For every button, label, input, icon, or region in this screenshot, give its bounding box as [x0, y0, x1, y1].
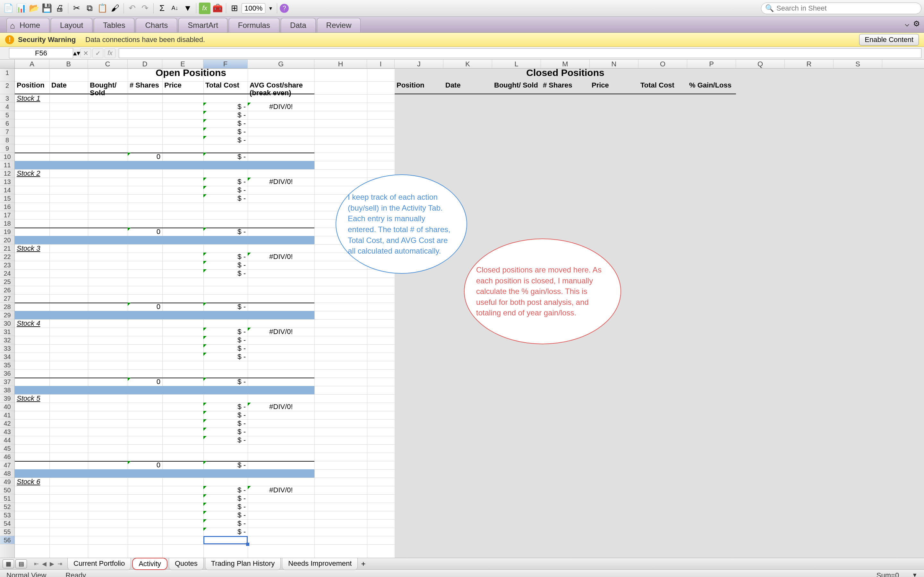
- cell[interactable]: 0: [128, 303, 162, 311]
- row-header-22[interactable]: 22: [0, 253, 15, 261]
- col-header-A[interactable]: A: [15, 60, 49, 68]
- tab-tables[interactable]: Tables: [94, 18, 134, 32]
- cell[interactable]: $ -: [204, 436, 248, 444]
- cell[interactable]: #DIV/0!: [248, 403, 314, 411]
- col-header-L[interactable]: L: [492, 60, 541, 68]
- tab-prev-icon[interactable]: ◀: [41, 560, 48, 567]
- col-header-R[interactable]: R: [785, 60, 834, 68]
- cell[interactable]: $ -: [204, 253, 248, 261]
- row-header-48[interactable]: 48: [0, 469, 15, 478]
- col-header-I[interactable]: I: [367, 60, 395, 68]
- cell[interactable]: Stock 2: [15, 169, 49, 177]
- row-header-31[interactable]: 31: [0, 327, 15, 336]
- row-header-8[interactable]: 8: [0, 136, 15, 144]
- cell[interactable]: Stock 3: [15, 244, 49, 253]
- row-header-21[interactable]: 21: [0, 244, 15, 253]
- cell[interactable]: Price: [162, 81, 204, 94]
- row-header-53[interactable]: 53: [0, 511, 15, 519]
- cell[interactable]: $ -: [204, 194, 248, 203]
- search-input[interactable]: [776, 4, 917, 13]
- cell[interactable]: Closed Positions: [395, 69, 736, 81]
- tab-next-icon[interactable]: ▶: [48, 560, 55, 567]
- normal-view-icon[interactable]: ▦: [3, 559, 14, 568]
- tab-layout[interactable]: Layout: [51, 18, 92, 32]
- cell[interactable]: Stock 1: [15, 94, 49, 103]
- row-header-6[interactable]: 6: [0, 119, 15, 127]
- row-header-51[interactable]: 51: [0, 494, 15, 503]
- search-box[interactable]: 🔍: [761, 3, 921, 14]
- col-header-K[interactable]: K: [443, 60, 492, 68]
- col-header-M[interactable]: M: [541, 60, 590, 68]
- cell[interactable]: $ -: [204, 428, 248, 436]
- sort-icon[interactable]: A↓: [169, 3, 181, 14]
- autosum-icon[interactable]: Σ: [156, 3, 168, 14]
- ribbon-settings-icon[interactable]: ⚙: [913, 19, 920, 28]
- ribbon-collapse-icon[interactable]: ⌵: [905, 19, 909, 28]
- cut-icon[interactable]: ✂: [71, 3, 82, 14]
- tab-formulas[interactable]: Formulas: [229, 18, 279, 32]
- cell[interactable]: $ -: [204, 111, 248, 119]
- cell[interactable]: #DIV/0!: [248, 327, 314, 336]
- cell[interactable]: 0: [128, 227, 162, 236]
- row-header-18[interactable]: 18: [0, 219, 15, 227]
- save-icon[interactable]: 💾: [41, 3, 53, 14]
- cell[interactable]: $ -: [204, 494, 248, 503]
- add-sheet-button[interactable]: +: [359, 559, 368, 568]
- row-header-44[interactable]: 44: [0, 436, 15, 444]
- cell[interactable]: $ -: [204, 303, 248, 311]
- accept-formula-icon[interactable]: ✓: [92, 48, 103, 58]
- row-header-20[interactable]: 20: [0, 236, 15, 244]
- cell[interactable]: Open Positions: [15, 69, 367, 81]
- row-header-2[interactable]: 2: [0, 81, 15, 94]
- status-dropdown-icon[interactable]: ▼: [912, 572, 918, 577]
- row-header-7[interactable]: 7: [0, 127, 15, 136]
- name-box[interactable]: F56: [9, 48, 73, 58]
- cell[interactable]: $ -: [204, 344, 248, 353]
- row-header-47[interactable]: 47: [0, 461, 15, 469]
- tab-charts[interactable]: Charts: [136, 18, 177, 32]
- zoom-dropdown-icon[interactable]: ▾: [267, 5, 274, 12]
- row-header-56[interactable]: 56: [0, 536, 15, 544]
- cell[interactable]: $ -: [204, 186, 248, 194]
- cell[interactable]: $ -: [204, 528, 248, 536]
- cell[interactable]: $ -: [204, 119, 248, 127]
- row-header-27[interactable]: 27: [0, 294, 15, 303]
- cell[interactable]: Position: [395, 81, 443, 94]
- cell[interactable]: # Shares: [128, 81, 162, 94]
- paste-icon[interactable]: 📋: [97, 3, 108, 14]
- cell[interactable]: $ -: [204, 227, 248, 236]
- col-header-J[interactable]: J: [395, 60, 443, 68]
- tab-review[interactable]: Review: [317, 18, 361, 32]
- row-header-13[interactable]: 13: [0, 177, 15, 186]
- col-header-S[interactable]: S: [834, 60, 882, 68]
- row-header-49[interactable]: 49: [0, 478, 15, 486]
- cell[interactable]: $ -: [204, 378, 248, 386]
- col-header-P[interactable]: P: [687, 60, 736, 68]
- cell[interactable]: Total Cost: [638, 81, 687, 94]
- tab-data[interactable]: Data: [281, 18, 316, 32]
- cell[interactable]: # Shares: [541, 81, 590, 94]
- show-hide-icon[interactable]: ⊞: [229, 3, 240, 14]
- cell[interactable]: $ -: [204, 327, 248, 336]
- row-header-52[interactable]: 52: [0, 503, 15, 511]
- row-header-4[interactable]: 4: [0, 103, 15, 111]
- row-header-10[interactable]: 10: [0, 153, 15, 161]
- filter-icon[interactable]: ▼: [182, 3, 194, 14]
- row-header-26[interactable]: 26: [0, 286, 15, 294]
- sheet-tab[interactable]: Trading Plan History: [205, 558, 281, 570]
- row-header-17[interactable]: 17: [0, 211, 15, 219]
- new-icon[interactable]: 📄: [3, 3, 14, 14]
- fx-button-icon[interactable]: fx: [105, 48, 115, 58]
- cell[interactable]: Stock 4: [15, 319, 49, 327]
- cell[interactable]: $ -: [204, 153, 248, 161]
- copy-icon[interactable]: ⧉: [84, 3, 95, 14]
- undo-icon[interactable]: ↶: [126, 3, 138, 14]
- col-header-H[interactable]: H: [314, 60, 367, 68]
- row-header-39[interactable]: 39: [0, 394, 15, 403]
- tab-smartart[interactable]: SmartArt: [178, 18, 228, 32]
- tab-first-icon[interactable]: ⇤: [33, 560, 40, 567]
- row-header-55[interactable]: 55: [0, 528, 15, 536]
- cell[interactable]: $ -: [204, 486, 248, 494]
- row-header-5[interactable]: 5: [0, 111, 15, 119]
- cell[interactable]: $ -: [204, 411, 248, 419]
